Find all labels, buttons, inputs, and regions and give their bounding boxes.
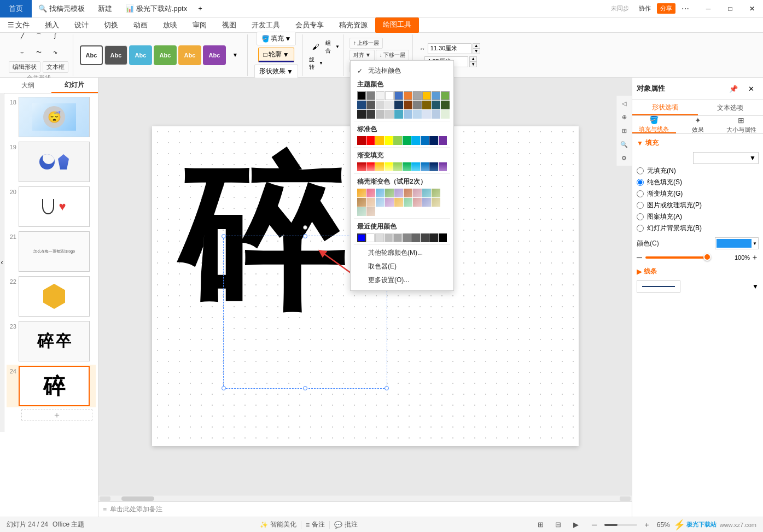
present-btn[interactable]: ▶ xyxy=(568,517,584,533)
ribbon-view[interactable]: 视图 xyxy=(214,17,244,33)
collab-btn[interactable]: 协作 xyxy=(635,3,655,14)
right-icon-5[interactable]: ⚙ xyxy=(618,152,630,164)
slide-thumb-21[interactable]: 21 怎么在每一页都添加logo xyxy=(7,230,96,273)
align-btn[interactable]: 对齐▼ xyxy=(350,50,375,61)
pg-20[interactable] xyxy=(366,207,375,216)
gc-2[interactable] xyxy=(366,162,375,171)
outline-tab[interactable]: 大纲 xyxy=(4,78,51,93)
tc-3[interactable] xyxy=(376,91,385,100)
fill-stroke-tab[interactable]: 🪣 填充与线条 xyxy=(632,116,676,133)
pg-5[interactable] xyxy=(394,189,403,197)
tc-26[interactable] xyxy=(404,110,412,119)
pg-10[interactable] xyxy=(357,198,366,207)
slide-thumb-23[interactable]: 23 碎 卒 xyxy=(7,320,96,363)
color-picker-btn[interactable]: ▼ xyxy=(715,237,759,249)
move-up-btn[interactable]: ↑ 上移一层 xyxy=(350,38,383,49)
slide-thumb-20[interactable]: 20 ♥ xyxy=(7,185,96,228)
notes-bar[interactable]: ≡ 单击此处添加备注 xyxy=(98,501,632,517)
tc-29[interactable] xyxy=(432,110,440,119)
size-props-tab[interactable]: ⊞ 大小与属性 xyxy=(719,116,763,133)
ribbon-resources[interactable]: 稿壳资源 xyxy=(331,17,375,33)
sc-1[interactable] xyxy=(357,136,366,145)
rc-8[interactable] xyxy=(421,233,429,242)
zoom-in-btn[interactable]: ＋ xyxy=(639,517,655,533)
style-btn-1[interactable]: Abc xyxy=(80,45,103,65)
rc-1[interactable] xyxy=(357,233,366,242)
opacity-slider-track[interactable] xyxy=(645,256,731,259)
ribbon-animation[interactable]: 动画 xyxy=(126,17,155,33)
stroke-preview[interactable] xyxy=(637,280,680,293)
arc-tool[interactable]: ⌣ xyxy=(15,45,30,60)
comments-btn[interactable]: 💬 批注 xyxy=(334,520,358,529)
tc-11[interactable] xyxy=(357,101,366,109)
tc-20[interactable] xyxy=(441,101,450,109)
share-btn[interactable]: 分享 xyxy=(657,3,675,14)
tc-21[interactable] xyxy=(357,110,366,119)
gc-4[interactable] xyxy=(385,162,393,171)
pg-1[interactable] xyxy=(357,189,366,197)
pg-12[interactable] xyxy=(376,198,385,207)
rc-5[interactable] xyxy=(393,233,402,242)
notes-status-btn[interactable]: ≡ 备注 xyxy=(306,520,325,529)
tc-6[interactable] xyxy=(404,91,412,100)
normal-view-btn[interactable]: ⊞ xyxy=(533,517,549,533)
maximize-btn[interactable]: □ xyxy=(719,0,741,17)
tc-5[interactable] xyxy=(394,91,403,100)
stroke-section-header[interactable]: ▶ 线条 xyxy=(637,267,759,276)
radio-gradient-fill[interactable]: 渐变填充(G) xyxy=(637,189,759,198)
scroll-left-btn[interactable] xyxy=(100,496,110,501)
ribbon-draw-tools[interactable]: 绘图工具 xyxy=(375,17,419,33)
tc-19[interactable] xyxy=(432,101,440,109)
more-btn[interactable]: ⋯ xyxy=(678,3,693,15)
style-btn-6[interactable]: Abc xyxy=(203,45,226,65)
opacity-handle[interactable] xyxy=(703,253,711,261)
sc-5[interactable] xyxy=(393,136,402,145)
rotate-btn[interactable]: 旋转▼ xyxy=(308,56,324,71)
file-tab[interactable]: 📊 极光下载站.pptx xyxy=(119,0,194,17)
sync-btn[interactable]: 未同步 xyxy=(607,3,633,14)
tc-30[interactable] xyxy=(441,110,450,119)
tc-17[interactable] xyxy=(413,101,422,109)
height-down-arrow[interactable]: ▼ xyxy=(469,62,477,67)
line-tool[interactable]: ╱ xyxy=(15,28,30,44)
ribbon-design[interactable]: 设计 xyxy=(67,17,96,33)
minimize-btn[interactable]: ─ xyxy=(697,0,719,17)
gc-6[interactable] xyxy=(403,162,411,171)
slide-thumb-22[interactable]: 22 xyxy=(7,275,96,318)
fill-section-header[interactable]: ▼ 填充 xyxy=(637,138,759,148)
right-icon-2[interactable]: ⊕ xyxy=(618,111,630,123)
rc-9[interactable] xyxy=(429,233,438,242)
pg-19[interactable] xyxy=(357,207,366,216)
sc-7[interactable] xyxy=(411,136,420,145)
more-outline-item[interactable]: 其他轮廓颜色(M)... xyxy=(354,246,450,260)
format-painter-btn[interactable]: 🖌 xyxy=(308,39,324,55)
rc-2[interactable] xyxy=(366,233,375,242)
right-icon-4[interactable]: 🔍 xyxy=(618,138,630,150)
sidebar-collapse-btn[interactable]: ‹ xyxy=(0,93,4,432)
tc-14[interactable] xyxy=(385,101,394,109)
add-tab-btn[interactable]: ＋ xyxy=(194,2,207,15)
tc-28[interactable] xyxy=(422,110,431,119)
radio-texture-fill[interactable]: 图片或纹理填充(P) xyxy=(637,201,759,210)
tc-2[interactable] xyxy=(366,91,375,100)
tc-9[interactable] xyxy=(432,91,440,100)
slide-thumb-19[interactable]: 19 xyxy=(7,141,96,183)
pg-17[interactable] xyxy=(422,198,431,207)
opacity-plus[interactable]: ＋ xyxy=(751,253,759,262)
style-btn-3[interactable]: Abc xyxy=(129,45,152,65)
tc-12[interactable] xyxy=(366,101,375,109)
props-pin-btn[interactable]: 📌 xyxy=(726,81,741,96)
tc-22[interactable] xyxy=(366,110,375,119)
grid-view-btn[interactable]: ⊟ xyxy=(551,517,566,533)
tc-25[interactable] xyxy=(394,110,403,119)
radio-solid-fill[interactable]: 纯色填充(S) xyxy=(637,178,759,187)
rc-6[interactable] xyxy=(403,233,411,242)
pg-11[interactable] xyxy=(366,198,375,207)
ribbon-member[interactable]: 会员专享 xyxy=(288,17,331,33)
more-styles-btn[interactable]: ▼ xyxy=(228,48,243,63)
scroll-thumb[interactable] xyxy=(121,496,154,501)
shape-effect-btn[interactable]: 形状效果 ▼ xyxy=(254,65,298,78)
ribbon-review[interactable]: 审阅 xyxy=(185,17,214,33)
tc-27[interactable] xyxy=(413,110,422,119)
pg-13[interactable] xyxy=(385,198,394,207)
